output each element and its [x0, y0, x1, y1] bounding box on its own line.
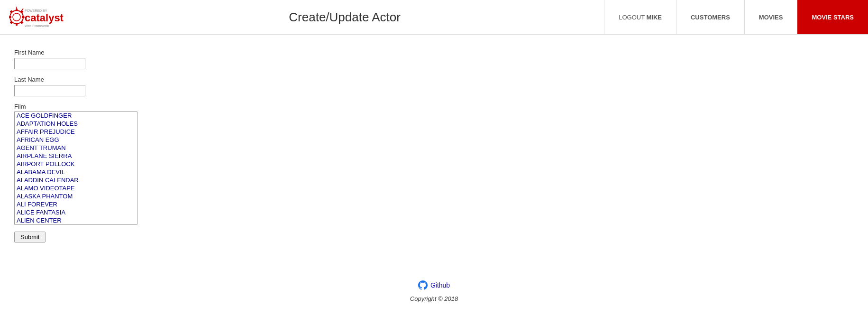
- main-content: First Name Last Name Film ACE GOLDFINGER…: [0, 35, 868, 242]
- first-name-label: First Name: [14, 49, 854, 56]
- github-icon: [418, 280, 428, 290]
- svg-rect-3: [16, 23, 18, 26]
- nav-movies[interactable]: MOVIES: [744, 0, 797, 34]
- page-title: Create/Update Actor: [85, 10, 604, 25]
- github-label: Github: [430, 281, 450, 289]
- username-label: MIKE: [646, 14, 662, 21]
- logo-image: POWERED BY catalyst Web Framework: [5, 4, 66, 30]
- actor-form: First Name Last Name Film ACE GOLDFINGER…: [14, 49, 854, 242]
- first-name-input[interactable]: [14, 58, 85, 69]
- header: POWERED BY catalyst Web Framework Create…: [0, 0, 868, 35]
- nav-movie-stars[interactable]: MOVIE STARS: [797, 0, 868, 34]
- movies-label: MOVIES: [759, 14, 783, 21]
- copyright-text: Copyright © 2018: [0, 295, 868, 302]
- nav-logout[interactable]: LOGOUT MIKE: [604, 0, 676, 34]
- film-label: Film: [14, 103, 854, 110]
- svg-point-0: [10, 10, 23, 24]
- nav-customers[interactable]: CUSTOMERS: [676, 0, 744, 34]
- svg-rect-4: [9, 16, 11, 18]
- nav-area: LOGOUT MIKE CUSTOMERS MOVIES MOVIE STARS: [604, 0, 868, 34]
- svg-point-1: [13, 13, 20, 21]
- svg-text:catalyst: catalyst: [25, 12, 64, 24]
- github-link[interactable]: Github: [418, 280, 450, 290]
- logout-label: LOGOUT MIKE: [619, 14, 662, 21]
- movie-stars-label: MOVIE STARS: [812, 14, 854, 21]
- svg-text:Web Framework: Web Framework: [25, 24, 49, 28]
- logo-area: POWERED BY catalyst Web Framework: [0, 4, 85, 30]
- last-name-label: Last Name: [14, 76, 854, 83]
- submit-button[interactable]: Submit: [14, 232, 46, 242]
- footer: Github Copyright © 2018: [0, 280, 868, 317]
- customers-label: CUSTOMERS: [691, 14, 730, 21]
- film-select[interactable]: ACE GOLDFINGERADAPTATION HOLESAFFAIR PRE…: [14, 111, 137, 225]
- last-name-input[interactable]: [14, 85, 85, 96]
